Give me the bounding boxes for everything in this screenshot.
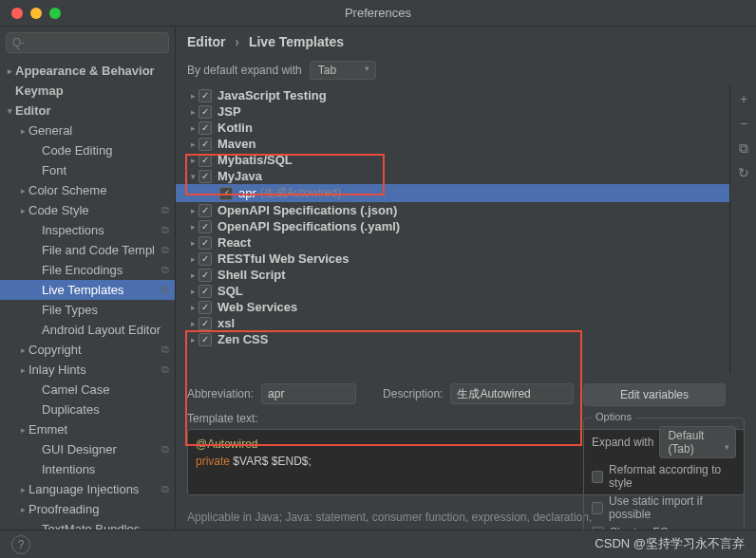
template-checkbox[interactable] [198,121,212,135]
chevron-icon[interactable] [187,222,198,232]
expand-select[interactable]: Tab [310,61,376,80]
chevron-icon[interactable] [187,270,198,280]
reformat-checkbox[interactable] [592,471,603,483]
sidebar-item[interactable]: Proofreading [0,499,175,519]
template-item[interactable]: OpenAPI Specifications (.json) [176,202,729,218]
sidebar-item[interactable]: Code Editing [0,140,175,160]
template-checkbox[interactable] [198,252,212,266]
sidebar-item[interactable]: Appearance & Behavior [0,61,175,81]
sidebar-item[interactable]: Android Layout Editor [0,320,175,340]
template-checkbox[interactable] [198,138,212,151]
sidebar-item[interactable]: General [0,121,175,140]
sidebar-item[interactable]: Code Style⧉ [0,200,175,220]
chevron-icon[interactable] [187,303,198,312]
sidebar-item[interactable]: Language Injections⧉ [0,479,175,499]
sidebar-item[interactable]: File Encodings⧉ [0,260,175,280]
template-item[interactable]: xsl [176,315,729,331]
chevron-icon[interactable] [187,206,198,215]
breadcrumb-part[interactable]: Editor [187,34,225,49]
remove-button[interactable]: − [734,114,753,133]
template-item[interactable]: Web Services [176,299,729,315]
template-item[interactable]: Kotlin [176,120,729,136]
template-checkbox[interactable] [219,187,233,200]
chevron-icon[interactable] [17,425,28,435]
template-checkbox[interactable] [198,301,212,314]
sidebar-item[interactable]: Camel Case [0,380,175,400]
chevron-icon[interactable] [187,335,198,344]
chevron-icon[interactable] [17,206,28,215]
chevron-icon[interactable] [187,287,198,296]
template-checkbox[interactable] [198,317,212,330]
chevron-icon[interactable] [187,123,198,133]
template-item[interactable]: React [176,234,729,251]
template-item[interactable]: Mybatis/SQL [176,152,729,168]
chevron-icon[interactable] [187,172,198,181]
sidebar-item[interactable]: Copyright⧉ [0,340,175,360]
chevron-icon[interactable] [187,254,198,264]
template-item[interactable]: OpenAPI Specifications (.yaml) [176,218,729,234]
abbreviation-input[interactable] [261,383,356,404]
template-checkbox[interactable] [198,269,212,282]
sidebar-item[interactable]: Intentions [0,459,175,479]
template-item[interactable]: Shell Script [176,267,729,283]
template-item[interactable]: JSP [176,103,729,120]
template-item[interactable]: SQL [176,283,729,299]
template-tree[interactable]: JavaScript TestingJSPKotlinMavenMybatis/… [176,84,729,374]
template-checkbox[interactable] [198,170,212,183]
chevron-icon[interactable] [17,485,28,494]
sidebar-item[interactable]: Duplicates [0,400,175,419]
chevron-icon[interactable] [4,106,15,116]
sidebar-item[interactable]: Inspections⧉ [0,220,175,240]
minimize-window-button[interactable] [30,8,42,19]
sidebar-item[interactable]: Font [0,160,175,180]
sidebar-item[interactable]: Keymap [0,81,175,101]
sidebar-item[interactable]: Color Scheme [0,180,175,200]
chevron-icon[interactable] [17,186,28,195]
template-item[interactable]: MyJava [176,168,729,184]
description-input[interactable] [450,383,574,404]
template-checkbox[interactable] [198,236,212,250]
sidebar-item[interactable]: Inlay Hints⧉ [0,360,175,380]
chevron-icon[interactable] [187,156,198,165]
sidebar-item[interactable]: File and Code Templ⧉ [0,240,175,260]
template-checkbox[interactable] [198,204,212,217]
chevron-icon[interactable] [17,365,28,375]
chevron-icon[interactable] [187,238,198,248]
template-checkbox[interactable] [198,285,212,298]
chevron-icon[interactable] [17,126,28,136]
search-input[interactable] [6,32,169,53]
sidebar-item[interactable]: File Types [0,300,175,320]
expand-with-select[interactable]: Default (Tab) [659,426,736,458]
template-checkbox[interactable] [198,333,212,346]
close-window-button[interactable] [11,8,23,19]
sidebar-item[interactable]: Editor [0,101,175,121]
template-checkbox[interactable] [198,105,212,119]
chevron-icon[interactable] [187,319,198,328]
template-item[interactable]: apr(生成Autowired) [176,184,729,202]
template-item[interactable]: RESTful Web Services [176,251,729,267]
copy-button[interactable]: ⧉ [734,139,753,158]
template-item[interactable]: Zen CSS [176,331,729,347]
template-item[interactable]: Maven [176,136,729,152]
template-item[interactable]: JavaScript Testing [176,87,729,103]
add-button[interactable]: + [734,89,753,108]
chevron-icon[interactable] [187,91,198,101]
sidebar-item[interactable]: Live Templates⧉ [0,280,175,300]
chevron-icon[interactable] [17,505,28,514]
sidebar-item[interactable]: Emmet [0,419,175,439]
sidebar-item[interactable]: GUI Designer⧉ [0,439,175,459]
chevron-icon[interactable] [187,140,198,149]
sidebar-item[interactable]: TextMate Bundles [0,519,175,530]
template-checkbox[interactable] [198,220,212,233]
expand-default-row: By default expand with Tab [176,57,756,84]
maximize-window-button[interactable] [49,8,61,19]
static-import-checkbox[interactable] [592,502,603,514]
edit-variables-button[interactable]: Edit variables [583,383,726,406]
template-checkbox[interactable] [198,89,212,102]
chevron-icon[interactable] [4,66,15,76]
chevron-icon[interactable] [17,345,28,355]
help-button[interactable]: ? [11,535,30,554]
template-checkbox[interactable] [198,154,212,167]
chevron-icon[interactable] [187,107,198,117]
restore-button[interactable]: ↻ [734,163,753,182]
